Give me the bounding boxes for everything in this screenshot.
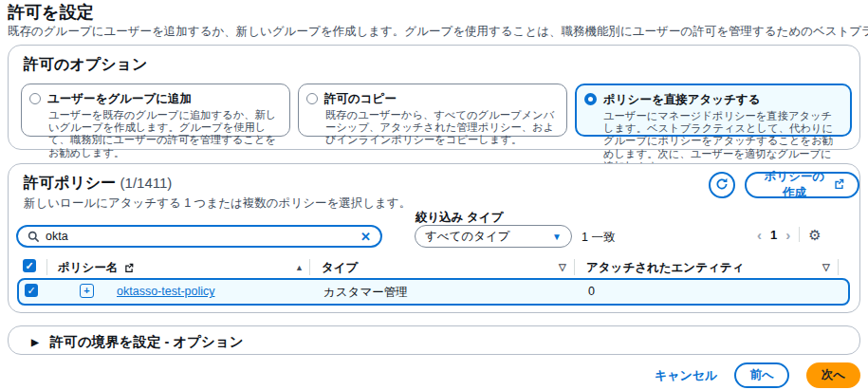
expand-row-icon[interactable]: + <box>80 284 94 298</box>
option-copy-permissions[interactable]: 許可のコピー 既存のユーザーから、すべてのグループメンバーシップ、アタッチされた… <box>298 84 567 137</box>
radio-copy-permissions[interactable] <box>306 93 318 104</box>
next-button[interactable]: 次へ <box>806 362 860 388</box>
page-subtitle: 既存のグループにユーザーを追加するか、新しいグループを作成します。グループを使用… <box>8 24 868 40</box>
policies-count: (1/1411) <box>120 175 173 191</box>
select-all-checkbox[interactable]: ✓ <box>23 259 36 272</box>
refresh-icon <box>715 177 729 194</box>
column-attached-entities[interactable]: アタッチされたエンティティ <box>586 260 744 276</box>
option-add-user-to-group[interactable]: ユーザーをグループに追加 ユーザーを既存のグループに追加するか、新しいグループを… <box>21 84 290 137</box>
table-header: ✓ ポリシー名 ▲ タイプ ▽ アタッチされたエンティティ ▽ <box>15 258 862 278</box>
permission-options-card: 許可のオプション ユーザーをグループに追加 ユーザーを既存のグループに追加するか… <box>8 45 860 150</box>
external-link-icon <box>834 178 844 192</box>
previous-button[interactable]: 前へ <box>734 362 788 388</box>
policies-card-header: 許可ポリシー (1/1411) <box>24 174 172 194</box>
option-label: ユーザーをグループに追加 <box>47 92 192 105</box>
option-label: 許可のコピー <box>324 92 397 105</box>
policies-card-title: 許可ポリシー <box>24 175 116 191</box>
prev-page-icon[interactable]: ‹ <box>757 228 762 242</box>
option-label: ポリシーを直接アタッチする <box>603 93 760 106</box>
policy-search-box: ✕ <box>16 225 382 248</box>
row-checkbox[interactable]: ✓ <box>25 284 38 297</box>
permissions-boundary-card: ▶ 許可の境界を設定 - オプション <box>8 325 860 355</box>
option-attach-policies-directly[interactable]: ポリシーを直接アタッチする ユーザーにマネージドポリシーを直接アタッチします。ベ… <box>575 84 852 137</box>
filter-caret-icon[interactable]: ▽ <box>822 262 830 272</box>
policy-name-link[interactable]: oktasso-test-policy <box>117 285 215 298</box>
page-subtitle-text: 既存のグループにユーザーを追加するか、新しいグループを作成します。グループを使用… <box>8 25 868 38</box>
create-policy-label: ポリシーの作成 <box>760 169 829 201</box>
options-card-title: 許可のオプション <box>24 55 147 75</box>
attached-entities-cell: 0 <box>588 285 595 298</box>
filter-type-label: 絞り込み タイプ <box>416 210 503 226</box>
sort-asc-icon[interactable]: ▲ <box>295 263 304 272</box>
boundary-section-title: 許可の境界を設定 - オプション <box>50 333 244 351</box>
radio-attach-policies-directly[interactable] <box>584 93 597 105</box>
triangle-right-icon: ▶ <box>31 337 39 347</box>
option-description: ユーザーを既存のグループに追加するか、新しいグループを作成します。グループを使用… <box>48 109 280 159</box>
pagination: ‹ 1 › ⚙ <box>757 227 822 242</box>
clear-search-icon[interactable]: ✕ <box>360 231 371 243</box>
type-filter-select[interactable]: すべてのタイプ ▼ <box>415 225 572 248</box>
boundary-section-toggle[interactable]: ▶ 許可の境界を設定 - オプション <box>31 333 243 351</box>
divider <box>799 227 800 242</box>
page-title: 許可を設定 <box>8 1 93 24</box>
create-policy-button[interactable]: ポリシーの作成 <box>745 172 859 198</box>
match-count: 1 一致 <box>582 230 615 246</box>
filter-caret-icon[interactable]: ▽ <box>559 262 566 272</box>
search-icon <box>28 231 40 243</box>
column-type[interactable]: タイプ <box>322 260 358 276</box>
next-page-icon[interactable]: › <box>785 228 790 242</box>
cancel-button[interactable]: キャンセル <box>655 367 718 384</box>
wizard-footer: キャンセル 前へ 次へ <box>0 362 860 388</box>
option-description: 既存のユーザーから、すべてのグループメンバーシップ、アタッチされた管理ポリシー、… <box>325 109 557 147</box>
external-link-icon <box>124 262 134 275</box>
radio-add-user-to-group[interactable] <box>29 93 41 104</box>
column-policy-name[interactable]: ポリシー名 <box>58 260 134 276</box>
chevron-down-icon: ▼ <box>552 232 562 242</box>
refresh-button[interactable] <box>709 172 735 198</box>
gear-icon[interactable]: ⚙ <box>808 228 821 242</box>
type-filter-value: すべてのタイプ <box>425 229 510 245</box>
policies-description: 新しいロールにアタッチする 1 つまたは複数のポリシーを選択します。 <box>24 195 411 212</box>
search-input[interactable] <box>46 230 355 243</box>
policy-type-cell: カスタマー管理 <box>323 285 408 301</box>
table-row[interactable]: ✓ + oktasso-test-policy カスタマー管理 0 <box>17 278 850 306</box>
page-number[interactable]: 1 <box>770 228 777 242</box>
